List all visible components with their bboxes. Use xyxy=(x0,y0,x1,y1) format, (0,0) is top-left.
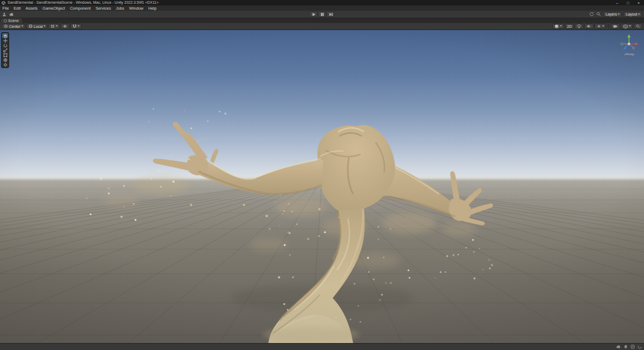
play-button[interactable] xyxy=(310,11,318,17)
transform-tool-button[interactable] xyxy=(2,57,8,62)
minimize-button[interactable]: – xyxy=(612,0,623,5)
ground-plane xyxy=(0,178,644,343)
menu-edit[interactable]: Edit xyxy=(11,5,23,11)
custom-tool-button[interactable] xyxy=(2,62,8,67)
chevron-down-icon: ▾ xyxy=(560,25,562,28)
window-title: SandElemental - SandElementalScene - Win… xyxy=(8,0,159,5)
chevron-down-icon: ▾ xyxy=(638,13,640,16)
status-bar xyxy=(0,343,644,350)
axis-gizmo-icon xyxy=(617,32,641,54)
tool-strip xyxy=(1,32,9,68)
handle-position-dropdown[interactable]: Center ▾ xyxy=(2,24,25,29)
tab-bar: Scene xyxy=(0,18,644,23)
chevron-down-icon: ▾ xyxy=(629,25,631,28)
console-log-icon[interactable] xyxy=(631,345,635,349)
2d-toggle-button[interactable]: 2D xyxy=(565,24,574,29)
menu-bar: File Edit Assets GameObject Component Se… xyxy=(0,5,644,11)
title-bar: SandElemental - SandElementalScene - Win… xyxy=(0,0,644,5)
gizmos-dropdown[interactable]: ▾ xyxy=(621,24,633,29)
close-button[interactable]: × xyxy=(633,0,644,5)
move-tool-button[interactable] xyxy=(2,38,8,43)
scene-tab-icon xyxy=(4,19,7,23)
step-button[interactable] xyxy=(327,11,335,17)
pause-button[interactable] xyxy=(318,11,326,17)
chevron-down-icon: ▾ xyxy=(78,25,79,28)
menu-window[interactable]: Window xyxy=(127,5,146,11)
maximize-button[interactable]: □ xyxy=(623,0,633,5)
menu-assets[interactable]: Assets xyxy=(23,5,40,11)
snap-increment-button[interactable] xyxy=(61,24,69,29)
scene-viewport[interactable]: ◂ Persp xyxy=(0,30,644,343)
activity-progress-icon[interactable] xyxy=(638,345,642,349)
menu-jobs[interactable]: Jobs xyxy=(113,5,127,11)
grid-visibility-dropdown[interactable]: ▾ xyxy=(48,24,60,29)
menu-file[interactable]: File xyxy=(0,5,11,11)
rotate-tool-button[interactable] xyxy=(2,43,8,48)
chevron-down-icon: ▾ xyxy=(618,13,619,16)
chevron-down-icon: ▾ xyxy=(44,25,46,28)
cloud-sync-icon[interactable] xyxy=(616,345,621,349)
draw-mode-dropdown[interactable]: ▾ xyxy=(552,24,564,29)
playmode-controls xyxy=(310,11,335,17)
chevron-left-icon: ◂ xyxy=(624,53,625,56)
cloud-services-icon[interactable] xyxy=(9,12,14,17)
main-toolbar: Layers ▾ Layout ▾ xyxy=(0,11,644,18)
toolbar-divider xyxy=(608,24,609,28)
sky xyxy=(0,30,644,178)
projection-label[interactable]: ◂ Persp xyxy=(617,53,641,56)
chevron-down-icon: ▾ xyxy=(56,25,57,28)
unity-logo-icon xyxy=(2,1,5,5)
search-icon[interactable] xyxy=(596,12,601,17)
undo-history-icon[interactable] xyxy=(589,12,594,17)
view-tool-button[interactable] xyxy=(2,33,8,38)
tab-scene[interactable]: Scene xyxy=(1,18,22,23)
rect-tool-button[interactable] xyxy=(2,53,8,57)
account-icon[interactable] xyxy=(2,12,6,17)
layout-dropdown[interactable]: Layout ▾ xyxy=(624,12,642,17)
scene-toolbar: Center ▾ Local ▾ ▾ ▾ ▾ 2D ▾ xyxy=(0,23,644,30)
layers-dropdown[interactable]: Layers ▾ xyxy=(603,12,621,17)
horizon-haze xyxy=(0,176,644,181)
audio-toggle-button[interactable] xyxy=(584,24,594,29)
scene-search-input[interactable] xyxy=(634,24,642,29)
snap-magnet-button[interactable]: ▾ xyxy=(70,24,82,29)
menu-services[interactable]: Services xyxy=(93,5,113,11)
handle-rotation-dropdown[interactable]: Local ▾ xyxy=(26,24,48,29)
effects-dropdown[interactable]: ▾ xyxy=(595,24,606,29)
chevron-down-icon: ▾ xyxy=(21,25,23,28)
camera-settings-button[interactable] xyxy=(611,24,620,29)
menu-gameobject[interactable]: GameObject xyxy=(40,5,68,11)
menu-help[interactable]: Help xyxy=(146,5,159,11)
menu-component[interactable]: Component xyxy=(68,5,93,11)
chevron-down-icon: ▾ xyxy=(602,25,604,28)
orientation-gizmo[interactable]: ◂ Persp xyxy=(617,32,641,56)
window-controls: – □ × xyxy=(612,0,644,5)
lighting-toggle-button[interactable] xyxy=(575,24,583,29)
notification-bell-icon[interactable] xyxy=(624,345,628,349)
scale-tool-button[interactable] xyxy=(2,48,8,53)
